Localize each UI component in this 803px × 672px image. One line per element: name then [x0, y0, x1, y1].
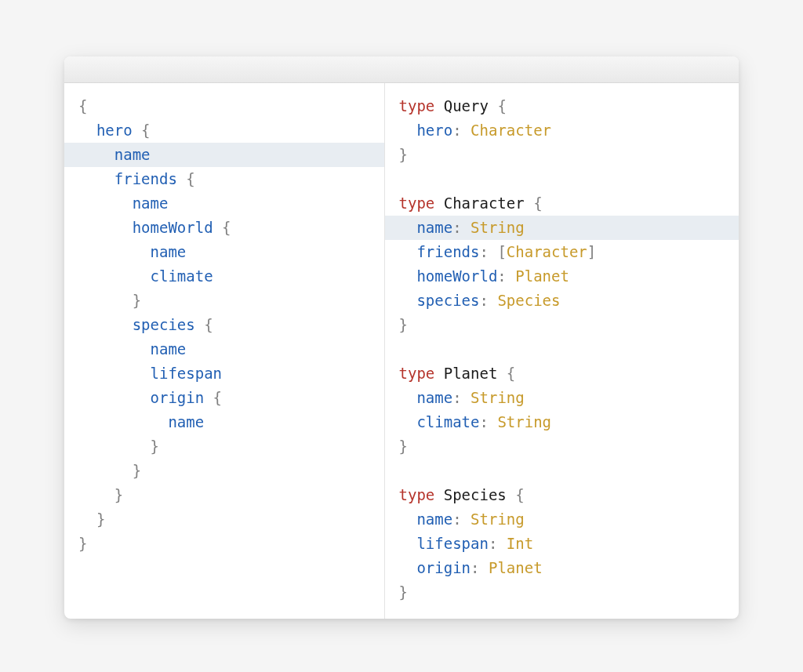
code-line: name: String [385, 386, 739, 410]
code-line: } [385, 143, 739, 167]
code-line [385, 167, 739, 191]
code-line: hero: Character [385, 118, 739, 143]
code-line: name [64, 337, 384, 361]
schema-pane: type Query { hero: Character} type Chara… [385, 83, 739, 619]
code-line: name [64, 240, 384, 264]
code-line: friends: [Character] [385, 240, 739, 264]
code-line: climate: String [385, 410, 739, 434]
code-line: } [64, 459, 384, 483]
code-line: species: Species [385, 289, 739, 313]
code-line: } [64, 434, 384, 459]
code-line [385, 337, 739, 361]
code-line: homeWorld { [64, 216, 384, 240]
query-pane: { hero { name friends { name homeWorld {… [64, 83, 385, 619]
code-line: name [64, 410, 384, 434]
code-line: } [385, 313, 739, 337]
code-line: type Planet { [385, 361, 739, 386]
window-titlebar [64, 56, 739, 83]
code-line: type Query { [385, 94, 739, 118]
code-line: species { [64, 313, 384, 337]
code-line: lifespan [64, 361, 384, 386]
split-panes: { hero { name friends { name homeWorld {… [64, 83, 739, 619]
code-line: lifespan: Int [385, 532, 739, 556]
code-line: homeWorld: Planet [385, 264, 739, 289]
code-line: name [64, 191, 384, 216]
code-window: { hero { name friends { name homeWorld {… [64, 56, 739, 619]
code-line: friends { [64, 167, 384, 191]
code-line: { [64, 94, 384, 118]
code-line: } [385, 580, 739, 605]
code-line: } [64, 483, 384, 507]
code-line: origin { [64, 386, 384, 410]
code-line: } [64, 507, 384, 532]
code-line: } [385, 434, 739, 459]
code-line: name: String [385, 216, 739, 240]
code-line: hero { [64, 118, 384, 143]
code-line: type Species { [385, 483, 739, 507]
code-line: } [64, 289, 384, 313]
code-line: name: String [385, 507, 739, 532]
code-line: climate [64, 264, 384, 289]
code-line: type Character { [385, 191, 739, 216]
code-line [385, 459, 739, 483]
code-line: } [64, 532, 384, 556]
code-line: name [64, 143, 384, 167]
code-line: origin: Planet [385, 556, 739, 580]
